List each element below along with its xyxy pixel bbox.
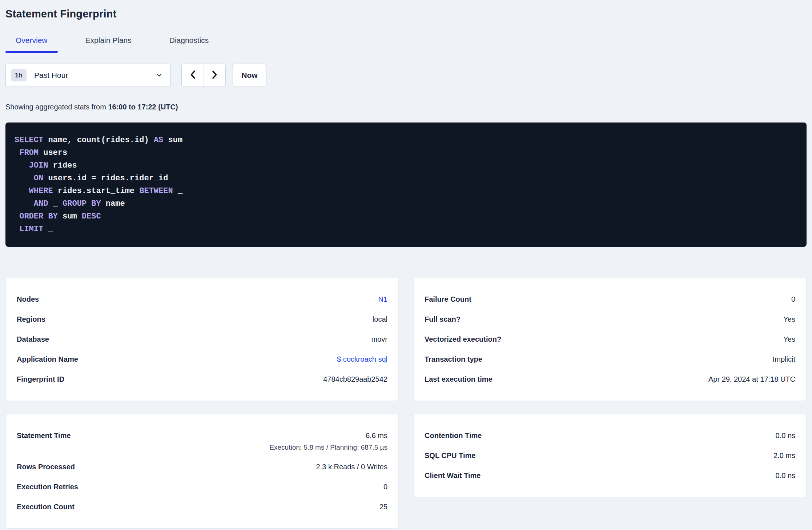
stat-value: 25	[379, 501, 387, 513]
stat-row: Transaction typeImplicit	[425, 349, 795, 369]
sql-text: _	[173, 186, 182, 196]
tab-explain-plans[interactable]: Explain Plans	[75, 36, 142, 52]
execution-attributes-card: Failure Count0Full scan?YesVectorized ex…	[413, 278, 807, 401]
stat-label: SQL CPU Time	[425, 450, 475, 462]
stat-value-stack: 25	[379, 501, 387, 513]
sql-text	[15, 199, 34, 208]
sql-text: sum	[163, 136, 182, 145]
now-button[interactable]: Now	[233, 64, 266, 87]
time-picker-row: 1h Past Hour Now	[5, 64, 807, 87]
stat-row: Execution Count25	[17, 497, 387, 517]
stat-label: Failure Count	[425, 293, 471, 305]
stat-row: Last execution timeApr 29, 2024 at 17:18…	[425, 369, 795, 389]
stat-value-stack: 6.6 msExecution: 5.8 ms / Planning: 687.…	[269, 430, 387, 453]
cards-container: NodesN1RegionslocalDatabasemovrApplicati…	[5, 278, 807, 529]
stat-link[interactable]: $ cockroach sql	[337, 353, 387, 365]
time-next-button[interactable]	[204, 64, 225, 87]
stat-value-stack: Implicit	[773, 353, 795, 365]
stat-value-stack: local	[373, 313, 387, 325]
statement-details-card: NodesN1RegionslocalDatabasemovrApplicati…	[5, 278, 399, 401]
tab-overview[interactable]: Overview	[5, 36, 58, 52]
stat-value-stack: Yes	[783, 333, 795, 345]
sql-statement-block: SELECT name, count(rides.id) AS sum FROM…	[5, 123, 807, 247]
stat-row: Application Name$ cockroach sql	[17, 349, 387, 369]
stat-row: Execution Retries0	[17, 477, 387, 497]
tab-label: Explain Plans	[85, 36, 132, 44]
stat-row: SQL CPU Time2.0 ms	[425, 446, 795, 466]
aggregation-note: Showing aggregated stats from 16:00 to 1…	[5, 103, 807, 111]
stat-row: Contention Time0.0 ns	[425, 426, 795, 446]
stat-label: Nodes	[17, 293, 39, 305]
sql-text: rides.start_time	[53, 186, 140, 196]
stat-label: Full scan?	[425, 313, 461, 325]
stat-label: Contention Time	[425, 430, 482, 442]
stat-row: NodesN1	[17, 289, 387, 309]
sql-line: AND _ GROUP BY name	[15, 197, 797, 210]
sql-keyword: ORDER BY	[19, 212, 58, 221]
stat-label: Execution Count	[17, 501, 75, 513]
statement-fingerprint-page: Statement Fingerprint OverviewExplain Pl…	[0, 0, 812, 529]
stat-value: 6.6 ms	[366, 430, 387, 442]
time-prev-button[interactable]	[182, 64, 204, 87]
stat-value-stack: 2.3 k Reads / 0 Writes	[316, 461, 387, 473]
aggregation-note-range: 16:00 to 17:22 (UTC)	[108, 103, 178, 111]
time-range-label: Past Hour	[34, 71, 68, 80]
sql-keyword: JOIN	[29, 161, 48, 170]
sql-text	[15, 161, 29, 170]
sql-text: rides	[48, 161, 77, 170]
stat-value: 0.0 ns	[776, 430, 795, 442]
sql-text: sum	[58, 212, 82, 221]
stat-value: Yes	[783, 313, 795, 325]
page-title: Statement Fingerprint	[5, 8, 807, 20]
sql-keyword: AND	[34, 199, 48, 208]
stat-label: Execution Retries	[17, 481, 78, 493]
stat-value: Implicit	[773, 353, 795, 365]
stat-row: Rows Processed2.3 k Reads / 0 Writes	[17, 457, 387, 477]
cards-row: NodesN1RegionslocalDatabasemovrApplicati…	[5, 278, 807, 401]
stat-value: 0.0 ns	[776, 470, 795, 482]
stat-label: Vectorized execution?	[425, 333, 501, 345]
stat-label: Fingerprint ID	[17, 373, 64, 385]
sql-text	[15, 225, 19, 234]
sql-text: users.id = rides.rider_id	[43, 174, 168, 183]
stat-label: Application Name	[17, 353, 78, 365]
sql-text: name	[101, 199, 125, 208]
sql-text	[15, 212, 19, 221]
sql-keyword: BETWEEN	[139, 186, 173, 196]
stat-row: Regionslocal	[17, 309, 387, 329]
sql-text	[15, 186, 29, 196]
stat-value: local	[373, 313, 387, 325]
stat-value-stack: 0.0 ns	[776, 430, 795, 442]
stat-value: movr	[371, 333, 387, 345]
sql-line: SELECT name, count(rides.id) AS sum	[15, 134, 797, 146]
stat-value-stack: 0	[791, 293, 795, 305]
sql-line: FROM users	[15, 146, 797, 159]
chevron-right-icon	[210, 69, 219, 81]
stat-row: Vectorized execution?Yes	[425, 329, 795, 349]
stat-row: Fingerprint ID4784cb829aab2542	[17, 369, 387, 389]
stat-subvalue: Execution: 5.8 ms / Planning: 687.5 µs	[269, 442, 387, 453]
stat-label: Client Wait Time	[425, 470, 481, 482]
stat-value-stack: 2.0 ms	[773, 450, 795, 462]
sql-text: _	[43, 225, 53, 234]
stat-link[interactable]: N1	[378, 293, 387, 305]
time-range-select[interactable]: 1h Past Hour	[5, 64, 171, 87]
stat-label: Rows Processed	[17, 461, 75, 473]
time-range-badge: 1h	[11, 69, 27, 81]
aggregation-note-prefix: Showing aggregated stats from	[5, 103, 108, 111]
stat-value-stack: Apr 29, 2024 at 17:18 UTC	[708, 373, 795, 385]
stat-row: Full scan?Yes	[425, 309, 795, 329]
stat-value: 0	[791, 293, 795, 305]
stat-label: Database	[17, 333, 49, 345]
stat-value: 0	[383, 481, 387, 493]
stat-label: Statement Time	[17, 430, 71, 442]
sql-line: ON users.id = rides.rider_id	[15, 172, 797, 185]
chevron-left-icon	[189, 69, 197, 81]
stat-value-stack: Yes	[783, 313, 795, 325]
stat-label: Transaction type	[425, 353, 482, 365]
sql-line: LIMIT _	[15, 223, 797, 236]
sql-keyword: ON	[34, 174, 43, 183]
sql-keyword: GROUP BY	[63, 199, 101, 208]
stat-value: 2.0 ms	[773, 450, 795, 462]
tab-diagnostics[interactable]: Diagnostics	[159, 36, 219, 52]
